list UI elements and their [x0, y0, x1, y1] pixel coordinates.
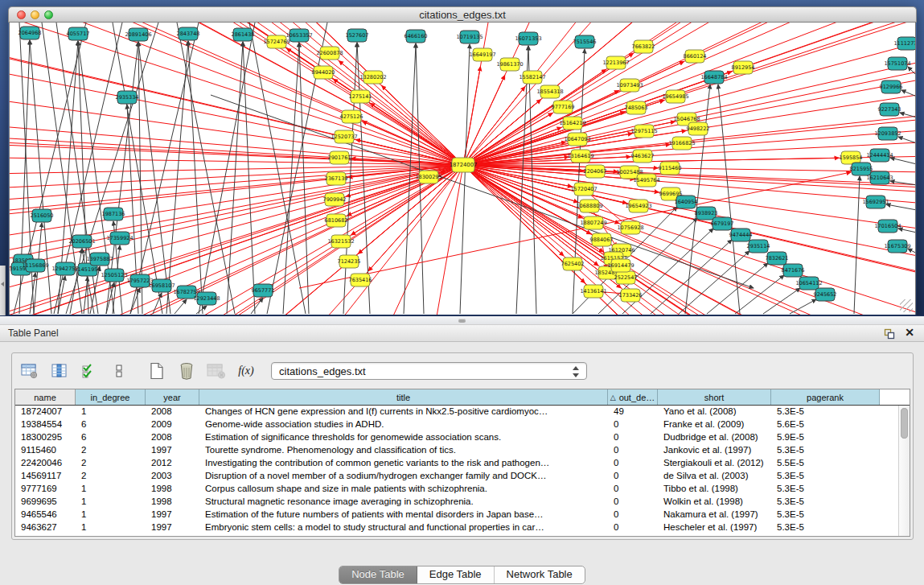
table-cell: 0 [608, 444, 658, 457]
network-edge-black [30, 40, 51, 314]
row-height-icon[interactable] [109, 361, 129, 381]
network-node-label: 1527607 [346, 32, 369, 39]
network-node-label: 15495764 [633, 177, 659, 183]
table-selector-dropdown[interactable]: citations_edges.txt [271, 362, 587, 380]
column-header-title[interactable]: title [199, 389, 608, 405]
delete-rows-icon[interactable] [177, 361, 196, 381]
header-filler [880, 389, 910, 405]
network-node-label: 11451951 [74, 266, 101, 273]
network-node-label: 8912954 [732, 64, 755, 71]
column-header-in-degree[interactable]: in_degree [76, 389, 146, 405]
table-mode-icon[interactable] [20, 361, 39, 381]
table-cell: 1 [76, 406, 146, 418]
select-all-icon[interactable] [80, 361, 99, 381]
column-header-pagerank[interactable]: pagerank [771, 389, 880, 405]
table-row[interactable]: 1830029562008Estimation of significance … [15, 431, 898, 444]
table-selector-value: citations_edges.txt [279, 365, 366, 377]
network-node-label: 18807249 [580, 220, 606, 226]
column-header-year[interactable]: year [146, 389, 199, 405]
node-table: name in_degree year title △ out_de… shor… [14, 389, 910, 537]
table-cell: 18724007 [15, 406, 76, 418]
table-row[interactable]: 911546021997Tourette syndrome. Phenomeno… [15, 444, 898, 457]
table-body: 1872400712008Changes of HCN gene express… [15, 406, 898, 536]
table-row[interactable]: 2242004622012Investigating the contribut… [15, 457, 898, 470]
table-tabs: Node Table Edge Table Network Table [339, 566, 585, 584]
scrollbar-thumb[interactable] [901, 408, 908, 439]
table-row[interactable]: 969969511998Structural magnetic resonanc… [15, 496, 898, 509]
float-panel-icon[interactable] [884, 328, 895, 340]
network-node-label: 18300295 [415, 174, 441, 180]
table-cell: 2 [76, 470, 146, 483]
network-graph[interactable]: 2064968405571720891406284374828614381065… [10, 23, 916, 315]
network-node-label: 9115460 [659, 165, 682, 171]
network-node-label: 8215955 [850, 166, 873, 172]
table-cell: Tourette syndrome. Phenomenology and cla… [199, 444, 608, 457]
network-node-label: 18724007 [450, 162, 478, 168]
table-cell: 5.3E-5 [771, 509, 880, 521]
network-edge-black [901, 90, 916, 97]
network-node-label: 7635416 [349, 277, 372, 283]
table-header-row: name in_degree year title △ out_de… shor… [15, 389, 910, 406]
table-cell: Wolkin et al. (1998) [658, 496, 771, 509]
tab-network-table[interactable]: Network Table [495, 566, 585, 583]
table-cell: Embryonic stem cells: a model to study s… [199, 521, 608, 534]
table-row[interactable]: 977716911998Corpus callosum shape and si… [15, 483, 898, 496]
split-divider[interactable] [0, 315, 924, 325]
table-cell: Structural magnetic resonance image aver… [199, 496, 608, 509]
tab-edge-table[interactable]: Edge Table [417, 566, 495, 583]
function-builder-icon[interactable]: f(x) [236, 361, 256, 381]
new-table-icon[interactable] [147, 361, 166, 381]
network-node-label: 12520737 [331, 134, 357, 140]
network-node-label: 2935334 [116, 94, 139, 101]
table-cell: 6 [76, 418, 146, 431]
network-edge-red [463, 90, 618, 165]
table-cell: 22420046 [15, 457, 76, 470]
network-node-label: 9884067 [590, 237, 614, 243]
network-edge-black [299, 43, 309, 314]
close-panel-icon[interactable]: ✕ [905, 326, 914, 339]
show-columns-icon[interactable] [50, 361, 69, 381]
sort-ascending-icon: △ [610, 393, 616, 402]
network-node-label: 4055717 [67, 31, 90, 37]
table-panel-header: Table Panel ✕ [0, 325, 924, 342]
network-node-label: 20206501 [68, 238, 95, 245]
table-scrollbar[interactable] [898, 406, 910, 536]
network-edge-black [886, 204, 916, 210]
network-window: citations_edges.txt 20649684055717208914… [8, 6, 917, 315]
network-node-label: 11156869 [22, 262, 48, 269]
network-desktop: citations_edges.txt 20649684055717208914… [0, 0, 924, 315]
network-node-label: 16958107 [148, 282, 175, 289]
network-window-titlebar[interactable]: citations_edges.txt [8, 6, 917, 23]
table-row[interactable]: 1938455462009Genome-wide association stu… [15, 418, 898, 431]
network-canvas[interactable]: 2064968405571720891406284374828614381065… [9, 23, 916, 315]
network-edge-black [460, 44, 470, 314]
table-cell: 0 [608, 418, 658, 431]
network-edge-red [463, 165, 598, 266]
collapsed-panel-handle[interactable] [0, 266, 6, 315]
network-node-label: 2901761 [328, 154, 351, 161]
column-header-out-degree[interactable]: △ out_de… [608, 389, 658, 405]
table-row[interactable]: 946362711997Embryonic stem cells: a mode… [15, 521, 898, 534]
table-cell: Nakamura et al. (1997) [658, 509, 771, 521]
table-row[interactable]: 1872400712008Changes of HCN gene express… [15, 406, 898, 418]
tab-node-table[interactable]: Node Table [339, 566, 417, 583]
network-node-label: 8660124 [684, 53, 707, 60]
canvas-resize-grip[interactable] [900, 299, 913, 312]
network-edge-black [898, 137, 916, 143]
network-node-label: 16914479 [607, 262, 634, 269]
network-node-label: 2861438 [232, 31, 255, 38]
network-node-label: 10756928 [617, 225, 643, 231]
table-row[interactable]: 1456911722003Disruption of a novel membe… [15, 470, 898, 483]
network-node-label: 19654985 [662, 93, 688, 100]
split-divider-grip[interactable] [458, 319, 466, 323]
network-node-label: 19654923 [625, 203, 651, 209]
table-cell: 5.3E-5 [771, 444, 880, 457]
network-node-label: 7515546 [573, 39, 597, 45]
table-cell: 5.3E-5 [771, 521, 880, 534]
table-row[interactable]: 946554611997Estimation of the future num… [15, 509, 898, 521]
table-panel-body: f(x) citations_edges.txt name in_degree … [0, 342, 924, 563]
table-cell: 1997 [146, 444, 199, 457]
table-cell: 2003 [146, 470, 199, 483]
column-header-name[interactable]: name [15, 389, 76, 405]
column-header-short[interactable]: short [658, 389, 771, 405]
